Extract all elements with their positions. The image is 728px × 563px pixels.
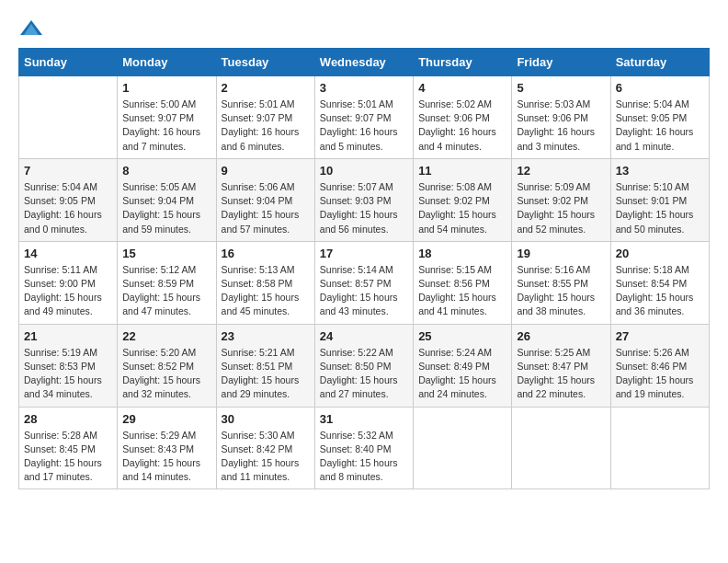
day-cell: 19Sunrise: 5:16 AM Sunset: 8:55 PM Dayli… — [512, 241, 610, 324]
day-cell: 20Sunrise: 5:18 AM Sunset: 8:54 PM Dayli… — [610, 241, 709, 324]
day-cell: 29Sunrise: 5:29 AM Sunset: 8:43 PM Dayli… — [118, 407, 216, 489]
calendar-header: SundayMondayTuesdayWednesdayThursdayFrid… — [19, 49, 710, 76]
day-cell: 7Sunrise: 5:04 AM Sunset: 9:05 PM Daylig… — [19, 158, 118, 241]
day-info: Sunrise: 5:02 AM Sunset: 9:06 PM Dayligh… — [418, 98, 506, 154]
day-info: Sunrise: 5:14 AM Sunset: 8:57 PM Dayligh… — [320, 263, 408, 319]
day-number: 8 — [122, 164, 210, 178]
day-number: 5 — [517, 81, 605, 95]
day-cell: 27Sunrise: 5:26 AM Sunset: 8:46 PM Dayli… — [610, 324, 709, 407]
day-cell: 21Sunrise: 5:19 AM Sunset: 8:53 PM Dayli… — [19, 324, 118, 407]
day-number: 29 — [122, 412, 210, 426]
day-cell: 23Sunrise: 5:21 AM Sunset: 8:51 PM Dayli… — [216, 324, 314, 407]
day-number: 9 — [222, 164, 310, 178]
logo-icon — [18, 18, 44, 39]
day-number: 24 — [320, 329, 408, 343]
day-cell: 31Sunrise: 5:32 AM Sunset: 8:40 PM Dayli… — [314, 407, 413, 489]
day-info: Sunrise: 5:24 AM Sunset: 8:49 PM Dayligh… — [418, 346, 506, 402]
day-number: 31 — [320, 412, 408, 426]
day-number: 21 — [24, 329, 112, 343]
day-info: Sunrise: 5:28 AM Sunset: 8:45 PM Dayligh… — [24, 429, 112, 485]
day-info: Sunrise: 5:07 AM Sunset: 9:03 PM Dayligh… — [320, 180, 408, 236]
day-info: Sunrise: 5:04 AM Sunset: 9:05 PM Dayligh… — [616, 98, 704, 154]
day-cell: 9Sunrise: 5:06 AM Sunset: 9:04 PM Daylig… — [216, 158, 314, 241]
header-cell-monday: Monday — [118, 49, 216, 76]
day-cell: 11Sunrise: 5:08 AM Sunset: 9:02 PM Dayli… — [414, 158, 512, 241]
day-cell: 6Sunrise: 5:04 AM Sunset: 9:05 PM Daylig… — [610, 76, 709, 159]
day-info: Sunrise: 5:12 AM Sunset: 8:59 PM Dayligh… — [122, 263, 210, 319]
day-number: 1 — [122, 81, 210, 95]
week-row-3: 14Sunrise: 5:11 AM Sunset: 9:00 PM Dayli… — [19, 241, 710, 324]
day-cell: 8Sunrise: 5:05 AM Sunset: 9:04 PM Daylig… — [118, 158, 216, 241]
day-info: Sunrise: 5:25 AM Sunset: 8:47 PM Dayligh… — [517, 346, 605, 402]
day-info: Sunrise: 5:01 AM Sunset: 9:07 PM Dayligh… — [222, 98, 310, 154]
day-cell: 28Sunrise: 5:28 AM Sunset: 8:45 PM Dayli… — [19, 407, 118, 489]
day-cell: 25Sunrise: 5:24 AM Sunset: 8:49 PM Dayli… — [414, 324, 512, 407]
day-cell: 5Sunrise: 5:03 AM Sunset: 9:06 PM Daylig… — [512, 76, 610, 159]
week-row-1: 1Sunrise: 5:00 AM Sunset: 9:07 PM Daylig… — [19, 76, 710, 159]
day-number: 12 — [517, 164, 605, 178]
day-info: Sunrise: 5:00 AM Sunset: 9:07 PM Dayligh… — [122, 98, 210, 154]
day-number: 7 — [24, 164, 112, 178]
day-number: 10 — [320, 164, 408, 178]
day-cell: 13Sunrise: 5:10 AM Sunset: 9:01 PM Dayli… — [610, 158, 709, 241]
day-cell: 16Sunrise: 5:13 AM Sunset: 8:58 PM Dayli… — [216, 241, 314, 324]
day-info: Sunrise: 5:20 AM Sunset: 8:52 PM Dayligh… — [122, 346, 210, 402]
day-info: Sunrise: 5:06 AM Sunset: 9:04 PM Dayligh… — [222, 180, 310, 236]
day-number: 11 — [418, 164, 506, 178]
week-row-2: 7Sunrise: 5:04 AM Sunset: 9:05 PM Daylig… — [19, 158, 710, 241]
day-cell: 4Sunrise: 5:02 AM Sunset: 9:06 PM Daylig… — [414, 76, 512, 159]
day-number: 28 — [24, 412, 112, 426]
day-cell: 22Sunrise: 5:20 AM Sunset: 8:52 PM Dayli… — [118, 324, 216, 407]
week-row-5: 28Sunrise: 5:28 AM Sunset: 8:45 PM Dayli… — [19, 407, 710, 489]
day-number: 6 — [616, 81, 704, 95]
day-info: Sunrise: 5:19 AM Sunset: 8:53 PM Dayligh… — [24, 346, 112, 402]
day-number: 20 — [616, 247, 704, 260]
header-cell-sunday: Sunday — [19, 49, 118, 76]
calendar-table: SundayMondayTuesdayWednesdayThursdayFrid… — [18, 48, 710, 489]
day-number: 26 — [517, 329, 605, 343]
day-cell: 14Sunrise: 5:11 AM Sunset: 9:00 PM Dayli… — [19, 241, 118, 324]
day-number: 14 — [24, 247, 112, 260]
day-cell: 24Sunrise: 5:22 AM Sunset: 8:50 PM Dayli… — [314, 324, 413, 407]
day-info: Sunrise: 5:30 AM Sunset: 8:42 PM Dayligh… — [222, 429, 310, 485]
day-cell — [512, 407, 610, 489]
day-cell: 26Sunrise: 5:25 AM Sunset: 8:47 PM Dayli… — [512, 324, 610, 407]
day-info: Sunrise: 5:13 AM Sunset: 8:58 PM Dayligh… — [222, 263, 310, 319]
day-cell: 12Sunrise: 5:09 AM Sunset: 9:02 PM Dayli… — [512, 158, 610, 241]
day-cell: 1Sunrise: 5:00 AM Sunset: 9:07 PM Daylig… — [118, 76, 216, 159]
header-cell-wednesday: Wednesday — [314, 49, 413, 76]
day-info: Sunrise: 5:11 AM Sunset: 9:00 PM Dayligh… — [24, 263, 112, 319]
day-cell: 3Sunrise: 5:01 AM Sunset: 9:07 PM Daylig… — [314, 76, 413, 159]
day-number: 15 — [122, 247, 210, 260]
day-cell: 10Sunrise: 5:07 AM Sunset: 9:03 PM Dayli… — [314, 158, 413, 241]
page-header — [18, 18, 710, 39]
day-number: 22 — [122, 329, 210, 343]
day-number: 2 — [222, 81, 310, 95]
day-cell — [414, 407, 512, 489]
day-number: 27 — [616, 329, 704, 343]
header-cell-friday: Friday — [512, 49, 610, 76]
day-number: 3 — [320, 81, 408, 95]
day-number: 16 — [222, 247, 310, 260]
day-info: Sunrise: 5:03 AM Sunset: 9:06 PM Dayligh… — [517, 98, 605, 154]
day-info: Sunrise: 5:10 AM Sunset: 9:01 PM Dayligh… — [616, 180, 704, 236]
day-number: 19 — [517, 247, 605, 260]
week-row-4: 21Sunrise: 5:19 AM Sunset: 8:53 PM Dayli… — [19, 324, 710, 407]
calendar-body: 1Sunrise: 5:00 AM Sunset: 9:07 PM Daylig… — [19, 76, 710, 489]
day-info: Sunrise: 5:15 AM Sunset: 8:56 PM Dayligh… — [418, 263, 506, 319]
day-info: Sunrise: 5:05 AM Sunset: 9:04 PM Dayligh… — [122, 180, 210, 236]
day-info: Sunrise: 5:21 AM Sunset: 8:51 PM Dayligh… — [222, 346, 310, 402]
day-number: 17 — [320, 247, 408, 260]
day-info: Sunrise: 5:08 AM Sunset: 9:02 PM Dayligh… — [418, 180, 506, 236]
day-cell: 18Sunrise: 5:15 AM Sunset: 8:56 PM Dayli… — [414, 241, 512, 324]
day-info: Sunrise: 5:01 AM Sunset: 9:07 PM Dayligh… — [320, 98, 408, 154]
day-info: Sunrise: 5:16 AM Sunset: 8:55 PM Dayligh… — [517, 263, 605, 319]
day-info: Sunrise: 5:18 AM Sunset: 8:54 PM Dayligh… — [616, 263, 704, 319]
day-cell: 17Sunrise: 5:14 AM Sunset: 8:57 PM Dayli… — [314, 241, 413, 324]
day-number: 4 — [418, 81, 506, 95]
day-info: Sunrise: 5:26 AM Sunset: 8:46 PM Dayligh… — [616, 346, 704, 402]
day-info: Sunrise: 5:32 AM Sunset: 8:40 PM Dayligh… — [320, 429, 408, 485]
header-cell-thursday: Thursday — [414, 49, 512, 76]
day-cell: 30Sunrise: 5:30 AM Sunset: 8:42 PM Dayli… — [216, 407, 314, 489]
day-cell: 15Sunrise: 5:12 AM Sunset: 8:59 PM Dayli… — [118, 241, 216, 324]
